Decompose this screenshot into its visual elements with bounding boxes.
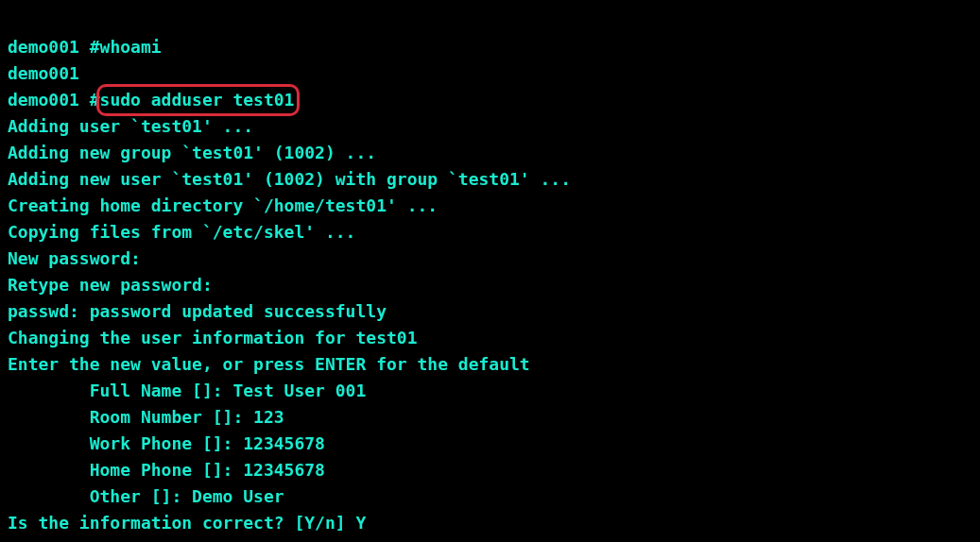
output-line: Creating home directory `/home/test01' .… [8,195,438,215]
output-line: Home Phone []: 12345678 [8,460,325,480]
output-line: Other []: Demo User [8,486,284,506]
terminal[interactable]: demo001 #whoami demo001 demo001 #sudo ad… [8,8,972,536]
output-line: New password: [8,248,141,268]
output-line: Adding new group `test01' (1002) ... [8,143,376,162]
output-line: demo001 [8,63,79,83]
output-line: Retype new password: [8,275,213,295]
command-whoami: whoami [100,37,162,57]
output-line: Changing the user information for test01 [8,328,417,347]
output-line: Full Name []: Test User 001 [8,381,366,400]
output-line: Is the information correct? [Y/n] Y [8,513,366,533]
output-line: Adding new user `test01' (1002) with gro… [8,169,571,189]
output-line: Adding user `test01' ... [8,116,253,136]
output-line: Enter the new value, or press ENTER for … [8,354,530,374]
output-line: passwd: password updated successfully [8,301,387,321]
prompt: demo001 # [8,90,100,110]
command-sudo-adduser: sudo adduser test01 [100,87,295,113]
output-line: Copying files from `/etc/skel' ... [8,222,355,242]
output-line: Room Number []: 123 [8,407,284,427]
prompt: demo001 # [8,37,100,57]
output-line: Work Phone []: 12345678 [8,433,325,453]
